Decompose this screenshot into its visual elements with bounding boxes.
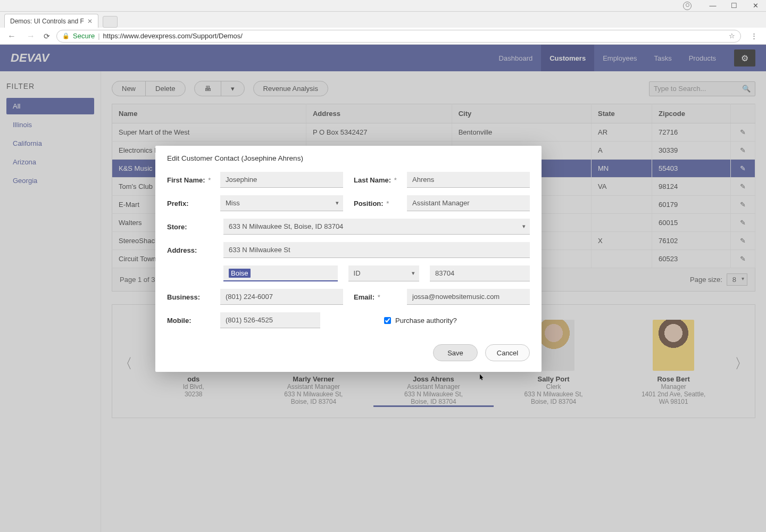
position-input[interactable] (407, 195, 530, 211)
tab-title: Demos: UI Controls and F (10, 18, 84, 25)
label-mobile: Mobile: (167, 317, 213, 325)
prefix-select[interactable]: Miss (220, 195, 343, 211)
purchase-checkbox-input[interactable] (384, 317, 391, 324)
secure-label: Secure (73, 32, 95, 40)
address-bar[interactable]: 🔒 Secure | https://www.devexpress.com/Su… (56, 30, 741, 43)
lock-icon: 🔒 (62, 32, 70, 39)
label-store: Store: (167, 223, 213, 231)
address-state-select[interactable]: ID (348, 265, 419, 281)
minimize-button[interactable]: — (702, 2, 723, 10)
cancel-button[interactable]: Cancel (485, 344, 530, 361)
address-street-input[interactable] (223, 242, 530, 258)
back-button[interactable]: ← (5, 31, 18, 41)
profile-icon[interactable] (683, 2, 692, 10)
label-position: Position: * (354, 200, 399, 207)
mobile-phone-input[interactable] (220, 312, 320, 328)
new-tab-button[interactable] (103, 16, 118, 28)
forward-button[interactable]: → (24, 31, 37, 41)
reload-button[interactable]: ⟳ (44, 32, 50, 40)
edit-contact-modal: Edit Customer Contact (Josephine Ahrens)… (155, 146, 542, 372)
app-root: DEVAV Dashboard Customers Employees Task… (0, 45, 766, 532)
bookmark-icon[interactable]: ☆ (729, 32, 735, 40)
save-button[interactable]: Save (433, 344, 478, 361)
maximize-button[interactable]: ☐ (723, 2, 745, 10)
label-first-name: First Name: * (167, 176, 213, 184)
modal-title: Edit Customer Contact (Josephine Ahrens) (167, 154, 530, 162)
label-prefix: Prefix: (167, 200, 213, 207)
browser-toolbar: ← → ⟳ 🔒 Secure | https://www.devexpress.… (0, 28, 766, 45)
label-email: Email: * (354, 293, 399, 301)
browser-menu-icon[interactable]: ⋮ (747, 32, 761, 40)
first-name-input[interactable] (220, 172, 343, 188)
close-tab-icon[interactable]: ✕ (87, 18, 93, 25)
store-select[interactable]: 633 N Milwaukee St, Boise, ID 83704 (223, 219, 530, 235)
address-zip-input[interactable] (430, 265, 530, 281)
business-phone-input[interactable] (220, 289, 343, 305)
browser-tab-strip: Demos: UI Controls and F ✕ (0, 12, 766, 28)
window-titlebar: — ☐ ✕ (0, 0, 766, 12)
label-address: Address: (167, 246, 213, 254)
url-text: https://www.devexpress.com/Support/Demos… (103, 32, 243, 40)
label-last-name: Last Name: * (354, 176, 399, 184)
label-business: Business: (167, 293, 213, 301)
purchase-authority-checkbox[interactable]: Purchase authority? (384, 317, 457, 325)
close-window-button[interactable]: ✕ (745, 2, 766, 10)
email-input[interactable] (407, 289, 530, 305)
last-name-input[interactable] (407, 172, 530, 188)
address-city-input[interactable]: Boise (223, 265, 338, 281)
browser-tab[interactable]: Demos: UI Controls and F ✕ (4, 14, 98, 28)
